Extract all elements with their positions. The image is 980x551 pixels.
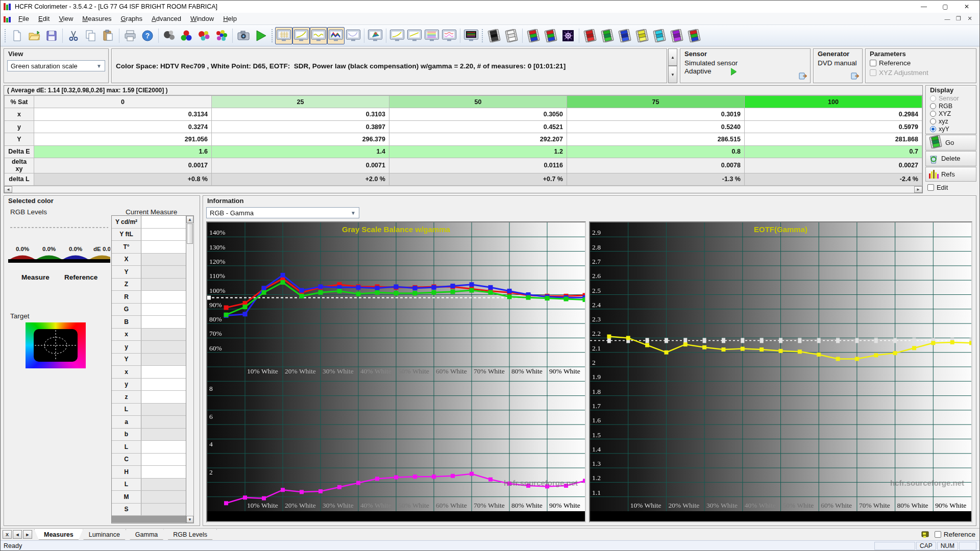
view-gamma-chart-button[interactable] xyxy=(292,27,310,44)
column-header-0[interactable]: 0 xyxy=(34,96,212,108)
go-button[interactable]: Go xyxy=(925,135,976,151)
snapshot-button[interactable] xyxy=(235,27,252,44)
information-selector[interactable]: RGB - Gamma ▼ xyxy=(206,207,359,218)
table-cell[interactable]: 1.4 xyxy=(211,145,389,158)
sensor-run-icon[interactable] xyxy=(731,68,737,75)
table-cell[interactable]: 0.3134 xyxy=(34,108,212,120)
column-header-50[interactable]: 50 xyxy=(389,96,567,108)
table-cell[interactable]: 0.5240 xyxy=(567,120,744,133)
table-cell[interactable]: 0.0078 xyxy=(567,158,744,173)
scroll-right-icon[interactable]: ► xyxy=(914,186,922,193)
scroll-up-icon[interactable]: ▲ xyxy=(186,216,193,223)
radio-icon[interactable] xyxy=(930,103,936,109)
film-starburst-button[interactable] xyxy=(559,27,577,44)
table-cell[interactable]: 0.3019 xyxy=(567,108,744,120)
table-cell[interactable]: 0.0116 xyxy=(389,158,567,173)
cut-button[interactable] xyxy=(65,27,82,44)
table-cell[interactable]: 0.3103 xyxy=(211,108,389,120)
reference-checkbox-row[interactable]: Reference xyxy=(866,58,976,68)
view-colortemp-chart-button[interactable] xyxy=(423,27,440,44)
current-measure-scrollbar[interactable]: ▲ ▼ xyxy=(186,215,194,523)
table-horizontal-scrollbar[interactable]: ◄ ► xyxy=(4,186,922,193)
film-yellow-button[interactable] xyxy=(633,27,651,44)
table-cell[interactable]: 0.0017 xyxy=(34,158,212,173)
menu-graphs[interactable]: Graphs xyxy=(116,13,147,24)
view-satshift-chart-button[interactable] xyxy=(440,27,458,44)
tab-measures[interactable]: Measures xyxy=(34,529,83,540)
tab-next-icon[interactable]: ► xyxy=(23,530,32,539)
table-cell[interactable]: +0.8 % xyxy=(34,173,212,185)
save-file-button[interactable] xyxy=(43,27,60,44)
column-header-75[interactable]: 75 xyxy=(567,96,744,108)
menu-advanced[interactable]: Advanced xyxy=(147,13,186,24)
table-cell[interactable]: 292.207 xyxy=(389,133,567,145)
table-cell[interactable]: +0.7 % xyxy=(389,173,567,185)
print-button[interactable] xyxy=(121,27,139,44)
run-measures-button[interactable] xyxy=(252,27,270,44)
view-cie-chart-button[interactable] xyxy=(366,27,384,44)
radio-icon[interactable] xyxy=(930,126,936,132)
table-cell[interactable]: 0.7 xyxy=(744,145,922,158)
menu-file[interactable]: File xyxy=(14,13,34,24)
film-black-button[interactable] xyxy=(485,27,503,44)
menu-edit[interactable]: Edit xyxy=(34,13,54,24)
film-rgb-2-button[interactable] xyxy=(542,27,559,44)
scroll-down-icon[interactable]: ▼ xyxy=(186,516,193,523)
mdi-restore-icon[interactable]: ❐ xyxy=(953,14,964,23)
saturations-measures-button[interactable] xyxy=(195,27,213,44)
spinner-up-icon[interactable]: ▲ xyxy=(668,48,677,66)
refs-button[interactable]: Refs xyxy=(925,167,976,182)
table-cell[interactable]: 0.5979 xyxy=(744,120,922,133)
film-white-button[interactable] xyxy=(503,27,520,44)
table-cell[interactable]: -2.4 % xyxy=(744,173,922,185)
radio-icon[interactable] xyxy=(930,118,936,124)
column-header-25[interactable]: 25 xyxy=(211,96,389,108)
film-green-button[interactable] xyxy=(599,27,616,44)
film-rgb-3-button[interactable] xyxy=(685,27,703,44)
help-about-button[interactable]: ? xyxy=(139,27,156,44)
table-cell[interactable]: 286.515 xyxy=(567,133,744,145)
film-red-button[interactable] xyxy=(581,27,599,44)
film-magenta-button[interactable] xyxy=(668,27,685,44)
tab-close-button[interactable]: X xyxy=(3,530,12,539)
table-cell[interactable]: 1.2 xyxy=(389,145,567,158)
open-file-button[interactable] xyxy=(26,27,43,44)
view-selector[interactable]: Green saturation scale ▼ xyxy=(7,60,105,71)
table-cell[interactable]: 0.8 xyxy=(567,145,744,158)
view-luminance-chart-button[interactable] xyxy=(345,27,362,44)
film-rgb-1-button[interactable] xyxy=(525,27,542,44)
table-cell[interactable]: +2.0 % xyxy=(211,173,389,185)
menu-view[interactable]: View xyxy=(54,13,78,24)
menu-help[interactable]: Help xyxy=(218,13,241,24)
display-radio-XYZ[interactable]: XYZ xyxy=(926,110,976,117)
table-cell[interactable]: 1.6 xyxy=(34,145,212,158)
tab-gamma[interactable]: Gamma xyxy=(126,529,167,540)
view-nearblack-chart-button[interactable] xyxy=(388,27,406,44)
view-nearwhite-chart-button[interactable] xyxy=(406,27,423,44)
edit-checkbox[interactable] xyxy=(927,184,934,191)
mdi-close-icon[interactable]: ✕ xyxy=(964,14,975,23)
sensor-config-icon[interactable] xyxy=(799,72,807,81)
table-cell[interactable]: 0.3897 xyxy=(211,120,389,133)
table-cell[interactable]: 0.0027 xyxy=(744,158,922,173)
display-radio-xyY[interactable]: xyY xyxy=(926,125,976,133)
minimize-icon[interactable]: — xyxy=(913,1,935,12)
tab-luminance[interactable]: Luminance xyxy=(79,529,130,540)
copy-button[interactable] xyxy=(82,27,100,44)
scroll-left-icon[interactable]: ◄ xyxy=(4,186,12,193)
new-file-button[interactable] xyxy=(8,27,26,44)
menu-measures[interactable]: Measures xyxy=(78,13,116,24)
paste-button[interactable] xyxy=(100,27,117,44)
table-cell[interactable]: 0.3274 xyxy=(34,120,212,133)
mdi-minimize-icon[interactable]: — xyxy=(942,14,953,23)
table-cell[interactable]: 0.3050 xyxy=(389,108,567,120)
scrollbar-thumb[interactable] xyxy=(187,223,193,244)
display-radio-xyz[interactable]: xyz xyxy=(926,117,976,125)
generator-config-icon[interactable] xyxy=(851,72,859,81)
tab-rgb-levels[interactable]: RGB Levels xyxy=(163,529,217,540)
reference-toggle-checkbox[interactable] xyxy=(935,531,941,538)
reference-toggle-row[interactable]: Reference xyxy=(935,531,975,538)
radio-icon[interactable] xyxy=(930,111,936,117)
free-measures-button[interactable] xyxy=(161,27,178,44)
column-header-100[interactable]: 100 xyxy=(744,96,922,108)
